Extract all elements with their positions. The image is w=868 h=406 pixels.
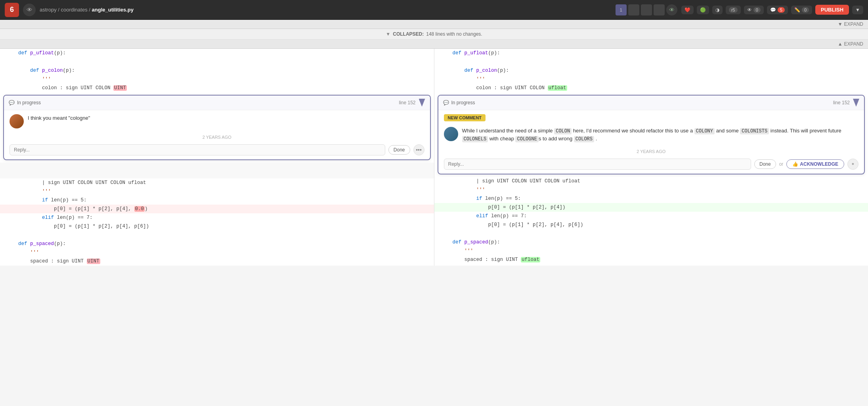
expand-bottom-button[interactable]: ▲ EXPAND xyxy=(838,41,863,47)
code-line: spaced : sign UINT ufloat xyxy=(434,255,868,264)
right-pane: def p_ufloat(p): def p_colon(p): ''' col… xyxy=(434,49,868,266)
thread-header: 💬 In progress line 152 xyxy=(4,96,430,110)
code-line: ''' xyxy=(0,187,434,196)
publish-button[interactable]: PUBLISH xyxy=(815,5,849,15)
code-line: def p_ufloat(p): xyxy=(0,49,434,57)
code-line: colon : sign UINT COLON UINT xyxy=(0,84,434,92)
code-line: ''' xyxy=(434,186,868,194)
inline-code-colon: COLON xyxy=(554,128,572,134)
code-line xyxy=(0,231,434,239)
code-line: ''' xyxy=(0,248,434,257)
comment-actions: Done ••• xyxy=(4,142,430,159)
comment-row: While I understand the need of a simple … xyxy=(444,127,859,143)
avatar xyxy=(444,127,458,141)
split-view: def p_ufloat(p): def p_colon(p): ''' col… xyxy=(0,49,868,266)
diff-tab-4[interactable] xyxy=(654,4,665,15)
code-line: def p_colon(p): xyxy=(434,66,868,75)
code-line xyxy=(434,57,868,66)
thread-line-info: line 152 xyxy=(833,99,859,107)
comment-time: 2 YEARS AGO xyxy=(4,132,430,142)
thread-pin xyxy=(853,99,859,107)
expand-top-bar: ▼ EXPAND xyxy=(0,20,868,29)
thread-status: 💬 In progress xyxy=(443,100,475,105)
thread-pin xyxy=(419,99,425,107)
diff-tab-1[interactable]: 1 xyxy=(616,4,627,15)
right-comment-thread: 💬 In progress line 152 NEW COMMENT While… xyxy=(438,95,865,174)
code-line: p[0] = (p[1] * p[2], p[4], p[6]) xyxy=(434,220,868,229)
code-line: def p_spaced(p): xyxy=(434,238,868,247)
code-line: elif len(p) == 7: xyxy=(0,213,434,222)
code-line: if len(p) == 5: xyxy=(0,196,434,205)
inline-code-cologne: COLOGNE xyxy=(515,136,538,142)
expand-top-button[interactable]: ▼ EXPAND xyxy=(838,21,863,27)
eye2-btn[interactable]: 👁 0 xyxy=(744,6,764,14)
code-line: ''' xyxy=(434,247,868,255)
code-line: def p_colon(p): xyxy=(0,66,434,75)
chart-btn[interactable]: 🟢 xyxy=(697,6,709,14)
comment-body: NEW COMMENT While I understand the need … xyxy=(438,110,864,147)
code-line-added: p[0] = (p[1] * p[2], p[4]) xyxy=(434,203,868,212)
reply-input[interactable] xyxy=(10,144,385,155)
heart-btn[interactable]: ❤️ xyxy=(681,6,694,14)
thread-header: 💬 In progress line 152 xyxy=(438,96,864,110)
logo[interactable]: 6 xyxy=(5,3,19,17)
code-line xyxy=(0,57,434,66)
code-line: colon : sign UINT COLON ufloat xyxy=(434,84,868,92)
diff-tab-3[interactable] xyxy=(641,4,652,15)
expand-dropdown-btn[interactable]: ▼ xyxy=(852,6,863,14)
or-text: or xyxy=(779,161,784,167)
diff-eye-icon[interactable]: 👁 xyxy=(666,4,677,15)
comment-text: While I understand the need of a simple … xyxy=(462,127,859,143)
code-line: ''' xyxy=(434,75,868,84)
expand-bottom-bar: ▲ EXPAND xyxy=(0,40,868,49)
code-line: | sign UINT COLON UINT COLON ufloat xyxy=(434,177,868,186)
code-line xyxy=(434,229,868,238)
reply-input[interactable] xyxy=(444,159,751,170)
comment-btn[interactable]: 💬 5 xyxy=(767,6,788,14)
inline-code-colonists: COLONISTS xyxy=(740,128,769,134)
left-comment-thread: 💬 In progress line 152 I think you meant… xyxy=(3,95,431,160)
code-line: | sign UINT COLON UINT COLON ufloat xyxy=(0,178,434,187)
acknowledge-button[interactable]: 👍 ACKNOWLEDGE xyxy=(786,159,844,169)
diff-controls: 1 👁 xyxy=(616,4,677,15)
code-line: ''' xyxy=(0,75,434,84)
collapsed-arrow[interactable]: ▼ xyxy=(386,31,390,37)
left-pane: def p_ufloat(p): def p_colon(p): ''' col… xyxy=(0,49,434,266)
thread-status: 💬 In progress xyxy=(9,100,41,105)
comment-row: I think you meant "cologne" xyxy=(10,114,424,128)
collapsed-bar: ▼ COLLAPSED: 148 lines with no changes. xyxy=(0,29,868,40)
eye-icon[interactable]: 👁 xyxy=(23,4,36,16)
inline-code-colors: COLORS xyxy=(574,136,594,142)
diff-tab-2[interactable] xyxy=(628,4,639,15)
done-button[interactable]: Done xyxy=(388,145,410,155)
code-line-deleted: p[0] = (p[1] * p[2], p[4], 0.0) xyxy=(0,205,434,213)
breadcrumb: astropy / coordinates / angle_utilities.… xyxy=(40,7,612,13)
code-line: if len(p) == 5: xyxy=(434,194,868,203)
left-code-after: | sign UINT COLON UINT COLON ufloat ''' … xyxy=(0,178,434,266)
more-options-button[interactable]: ••• xyxy=(413,144,424,155)
code-line: def p_spaced(p): xyxy=(0,239,434,248)
right-code-after: | sign UINT COLON UINT COLON ufloat ''' … xyxy=(434,177,868,264)
left-code-before: def p_ufloat(p): def p_colon(p): ''' col… xyxy=(0,49,434,92)
navbar-right: ❤️ 🟢 ◑ r5 👁 0 💬 5 ✏️ 0 PUBLISH ▼ xyxy=(681,5,863,15)
comment-text: I think you meant "cologne" xyxy=(28,114,424,122)
r5-btn[interactable]: r5 xyxy=(726,6,741,14)
done-button[interactable]: Done xyxy=(754,159,776,169)
thread-line-info: line 152 xyxy=(399,99,425,107)
pencil-btn[interactable]: ✏️ 0 xyxy=(791,6,812,14)
left-continuation xyxy=(0,163,434,178)
comment-time: 2 YEARS AGO xyxy=(438,147,864,156)
inline-code-colonels: COLONELS xyxy=(462,136,488,142)
code-line: elif len(p) == 7: xyxy=(434,212,868,220)
comment-actions: Done or 👍 ACKNOWLEDGE • xyxy=(438,156,864,174)
comment-body: I think you meant "cologne" xyxy=(4,110,430,132)
inline-code-colony: COLONY xyxy=(694,128,715,134)
avatar xyxy=(10,114,24,128)
more-options-button[interactable]: • xyxy=(847,159,858,170)
code-line: spaced : sign UINT UINT xyxy=(0,257,434,266)
navbar: 6 👁 astropy / coordinates / angle_utilit… xyxy=(0,0,868,20)
contrast-btn[interactable]: ◑ xyxy=(712,6,723,14)
code-line: p[0] = (p[1] * p[2], p[4], p[6]) xyxy=(0,222,434,231)
new-comment-badge: NEW COMMENT xyxy=(444,114,486,121)
right-code-before: def p_ufloat(p): def p_colon(p): ''' col… xyxy=(434,49,868,92)
